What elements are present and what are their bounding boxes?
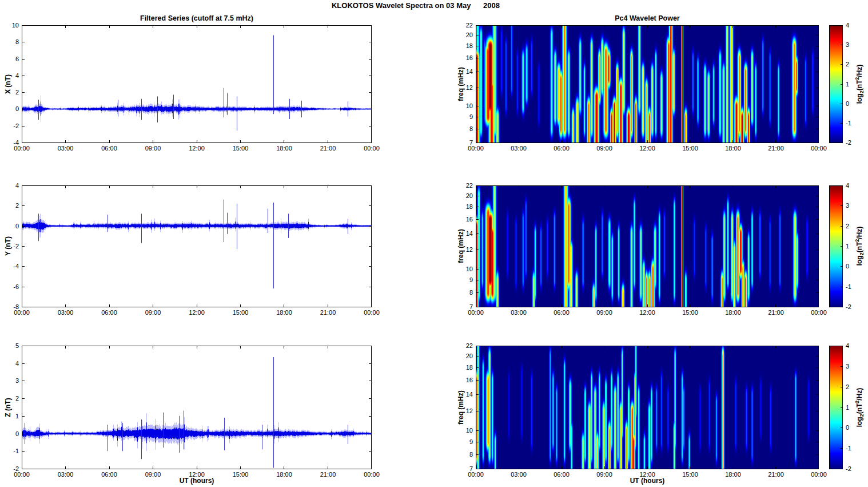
freq-tick-label: 18 [456,42,473,49]
colorbar-top-canvas [829,25,843,143]
x-tick-label: 12:00 [185,309,208,316]
colorbar-tick-label: 0 [846,263,859,270]
figure: KLOKOTOS Wavelet Spectra on 03 May 2008 … [0,0,868,487]
y-tick-label: -4 [2,263,19,270]
y-tick-label: 6 [2,56,19,62]
x-tick-label: 06:00 [550,471,573,478]
x-tick-label: 18:00 [273,145,296,152]
y-tick-label: 10 [2,22,19,29]
x-tick-label: 21:00 [765,471,787,478]
right-column-title: Pc4 Wavelet Power [476,14,819,22]
colorbar-tick-label: -2 [846,139,859,146]
y-tick-label: -4 [2,139,19,146]
x-tick-label: 09:00 [142,471,165,478]
x-tick-label: 15:00 [229,471,252,478]
x-timeseries-canvas [22,25,372,143]
y-tick-label: -8 [2,303,19,310]
y-tick-label: -1 [2,448,19,454]
freq-tick-label: 22 [456,342,473,349]
x-tick-label: 18:00 [722,471,744,478]
right-xaxis-title: UT (hours) [476,477,819,485]
colorbar-tick-label: 1 [846,243,859,250]
x-tick-label: 18:00 [722,309,744,316]
colorbar-tick-label: 4 [846,182,859,189]
freq-tick-label: 22 [456,22,473,29]
y-tick-label: 4 [2,360,19,367]
colorbar-tick-label: 2 [846,223,859,229]
y-tick-label: -2 [2,243,19,250]
y-tick-label: 0 [2,223,19,229]
y-tick-label: 0 [2,430,19,437]
x-tick-label: 12:00 [636,309,659,316]
colorbar-tick-label: 4 [846,342,859,349]
colorbar-tick-label: 3 [846,202,859,209]
freq-tick-label: 12 [456,407,473,414]
x-tick-label: 21:00 [765,145,787,152]
freq-tick-label: 14 [456,68,473,75]
colorbar-label-sub: 2 [859,252,865,255]
z-wavelet-canvas [476,346,819,469]
x-tick-label: 00:00 [807,471,830,478]
y-tick-label: 2 [2,395,19,402]
x-tick-label: 03:00 [54,471,77,478]
y-tick-label: 3 [2,377,19,384]
x-wavelet-panel [476,25,819,143]
colorbar-tick-label: -1 [846,120,859,126]
x-tick-label: 21:00 [317,309,340,316]
x-tick-label: 09:00 [593,471,616,478]
colorbar-bottom [829,346,843,469]
x-tick-label: 12:00 [636,471,659,478]
freq-tick-label: 9 [456,113,473,120]
colorbar-label-sub: 2 [859,90,865,93]
x-tick-label: 03:00 [507,471,530,478]
colorbar-tick-label: 2 [846,383,859,390]
x-tick-label: 21:00 [765,309,787,316]
y-tick-label: 2 [2,89,19,96]
colorbar-tick-label: -1 [846,283,859,290]
freq-tick-label: 20 [456,353,473,359]
x-tick-label: 06:00 [550,145,573,152]
figure-title: KLOKOTOS Wavelet Spectra on 03 May 2008 [0,1,831,10]
z-timeseries-canvas [22,346,372,469]
y-tick-label: 4 [2,182,19,189]
freq-tick-label: 18 [456,203,473,210]
x-tick-label: 03:00 [54,145,77,152]
y-tick-label: -6 [2,283,19,290]
left-column-title: Filtered Series (cutoff at 7.5 mHz) [22,14,372,22]
freq-tick-label: 20 [456,192,473,199]
colorbar-label-sup: 2 [854,239,860,242]
colorbar-tick-label: 3 [846,363,859,370]
freq-tick-label: 14 [456,230,473,237]
x-tick-label: 12:00 [636,145,659,152]
freq-tick-label: 20 [456,31,473,38]
z-wavelet-panel [476,346,819,469]
z-timeseries-panel [22,346,372,469]
colorbar-tick-label: 0 [846,100,859,107]
freq-tick-label: 7 [456,303,473,310]
colorbar-bottom-canvas [829,346,843,469]
x-tick-label: 15:00 [229,145,252,152]
freq-tick-label: 16 [456,377,473,383]
freq-tick-label: 12 [456,246,473,253]
x-tick-label: 06:00 [98,471,121,478]
y-timeseries-canvas [22,185,372,307]
x-tick-label: 03:00 [507,309,530,316]
freq-tick-label: 9 [456,276,473,283]
freq-tick-label: 16 [456,216,473,223]
x-tick-label: 15:00 [679,471,702,478]
freq-tick-label: 7 [456,139,473,146]
colorbar-tick-label: 4 [846,22,859,29]
colorbar-tick-label: -2 [846,465,859,472]
y-tick-label: 5 [2,342,19,349]
x-tick-label: 00:00 [360,471,383,478]
y-tick-label: 8 [2,38,19,45]
y-timeseries-panel [22,185,372,307]
freq-tick-label: 10 [456,266,473,272]
x-tick-label: 12:00 [185,145,208,152]
colorbar-tick-label: -2 [846,303,859,310]
freq-tick-label: 10 [456,427,473,434]
x-tick-label: 18:00 [273,471,296,478]
x-tick-label: 00:00 [360,145,383,152]
y-wavelet-panel [476,185,819,307]
left-xaxis-title: UT (hours) [22,477,372,485]
